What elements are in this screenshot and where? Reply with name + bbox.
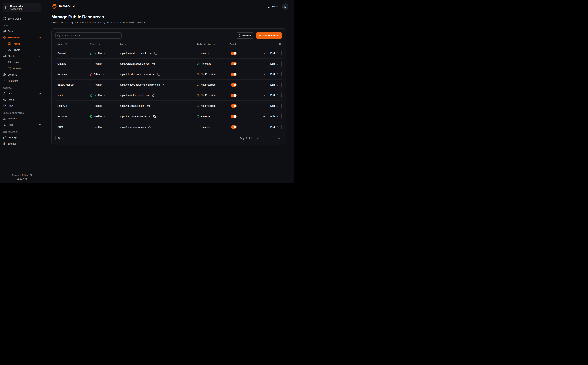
- enabled-toggle[interactable]: [231, 125, 237, 129]
- edit-button[interactable]: Edit: [268, 103, 281, 109]
- copy-icon[interactable]: [152, 94, 154, 97]
- chevron-down-icon[interactable]: [103, 105, 106, 107]
- column-header-authentication[interactable]: Authentication: [195, 43, 227, 46]
- sidebar-item-resources[interactable]: Resources: [1, 35, 43, 40]
- status-cell[interactable]: Healthy: [87, 115, 117, 118]
- sidebar-item-sites[interactable]: Sites: [1, 28, 43, 34]
- copy-icon[interactable]: [148, 126, 151, 128]
- enabled-toggle[interactable]: [231, 73, 237, 76]
- row-menu-button[interactable]: [262, 126, 265, 128]
- edit-button[interactable]: Edit: [268, 50, 281, 56]
- sidebar-item-machines[interactable]: Machines: [7, 66, 43, 71]
- sidebar-item-clients[interactable]: Clients: [1, 53, 43, 59]
- chevron-up-icon: [39, 36, 41, 39]
- column-header-name[interactable]: Name: [55, 43, 87, 46]
- server-icon: [3, 17, 6, 20]
- access-cell: https://api.example.com: [117, 105, 195, 107]
- section-label-logs-analytics: LOGS & ANALYTICS: [3, 112, 41, 114]
- resource-url[interactable]: https://crm.example.com: [120, 126, 146, 128]
- resource-url[interactable]: https://bitwarden.example.com: [120, 52, 152, 55]
- chevron-down-icon[interactable]: [103, 115, 106, 117]
- sidebar-item-settings[interactable]: Settings: [1, 141, 43, 146]
- sidebar-item-blueprints[interactable]: Blueprints: [1, 78, 43, 84]
- sidebar-item-private[interactable]: Private: [7, 47, 43, 52]
- edit-button[interactable]: Edit: [268, 92, 281, 98]
- edit-button[interactable]: Edit: [268, 61, 281, 67]
- add-resource-button[interactable]: Add Resource: [256, 32, 282, 38]
- enabled-toggle[interactable]: [231, 62, 237, 65]
- page-size-select[interactable]: 20: [55, 135, 67, 141]
- enabled-toggle[interactable]: [231, 83, 237, 86]
- sidebar-item-analytics[interactable]: Analytics: [1, 116, 43, 121]
- chevron-down-icon[interactable]: [103, 52, 106, 54]
- enabled-toggle[interactable]: [231, 104, 237, 108]
- refresh-button[interactable]: Refresh: [236, 32, 254, 38]
- row-menu-button[interactable]: [262, 73, 265, 76]
- copy-icon[interactable]: [157, 73, 160, 76]
- status-cell[interactable]: Healthy: [87, 105, 117, 107]
- chevron-down-icon[interactable]: [102, 73, 104, 75]
- sidebar-scrollbar[interactable]: [44, 90, 44, 94]
- sidebar-item-domains[interactable]: Domains: [1, 72, 43, 77]
- row-menu-button[interactable]: [262, 83, 265, 86]
- sidebar-item-roles[interactable]: Roles: [1, 97, 43, 102]
- resource-url[interactable]: https://node01.batteries.example.com: [120, 83, 160, 86]
- edit-button[interactable]: Edit: [268, 71, 281, 77]
- avatar[interactable]: M: [282, 3, 288, 10]
- last-page-button[interactable]: [276, 135, 282, 141]
- first-page-button[interactable]: [255, 135, 261, 141]
- row-menu-button[interactable]: [262, 94, 265, 97]
- arrow-right-icon: [276, 52, 279, 54]
- status-cell[interactable]: Healthy: [87, 83, 117, 86]
- row-menu-button[interactable]: [262, 62, 265, 65]
- enabled-toggle[interactable]: [231, 52, 237, 55]
- edit-button[interactable]: Edit: [268, 124, 281, 130]
- copy-icon[interactable]: [147, 105, 150, 107]
- copy-icon[interactable]: [153, 115, 156, 118]
- copy-icon[interactable]: [162, 84, 164, 86]
- resource-url[interactable]: https://immich.example.com: [120, 94, 150, 97]
- search-input[interactable]: [55, 32, 122, 38]
- row-menu-button[interactable]: [262, 52, 265, 55]
- enabled-toggle[interactable]: [231, 115, 237, 118]
- edit-button[interactable]: Edit: [268, 113, 281, 119]
- sidebar-item-logs[interactable]: Logs: [1, 122, 43, 127]
- edit-button[interactable]: Edit: [268, 82, 281, 88]
- enabled-toggle[interactable]: [231, 94, 237, 97]
- chevron-down-icon[interactable]: [103, 63, 106, 65]
- sidebar-item-users[interactable]: Users: [1, 91, 43, 96]
- resource-url[interactable]: https://grafana.example.com: [120, 62, 150, 65]
- status-cell[interactable]: Offline: [87, 73, 117, 76]
- copy-icon[interactable]: [152, 63, 155, 65]
- theme-toggle[interactable]: Dark: [268, 5, 278, 8]
- github-icon[interactable]: [29, 174, 32, 176]
- previous-page-button[interactable]: [262, 135, 268, 141]
- status-cell[interactable]: Healthy: [87, 62, 117, 65]
- status-cell[interactable]: Healthy: [87, 126, 117, 128]
- sidebar-item-links[interactable]: Links: [1, 103, 43, 109]
- resource-url[interactable]: https://api.example.com: [120, 105, 145, 107]
- copy-icon[interactable]: [154, 52, 157, 55]
- sidebar-item-public[interactable]: Public: [7, 41, 43, 46]
- row-menu-button[interactable]: [262, 105, 265, 107]
- chevron-down-icon[interactable]: [103, 94, 106, 96]
- resource-url[interactable]: https://proxmox.example.com: [120, 115, 151, 118]
- next-page-button[interactable]: [269, 135, 275, 141]
- resource-url[interactable]: https://cloud.schwartznetwork.net: [120, 73, 155, 76]
- status-cell[interactable]: Healthy: [87, 94, 117, 97]
- chevron-down-icon[interactable]: [103, 126, 106, 128]
- sidebar-item-api-keys[interactable]: API Keys: [1, 135, 43, 140]
- sort-icon[interactable]: [65, 43, 67, 45]
- sort-icon[interactable]: [97, 43, 100, 45]
- status-cell[interactable]: Healthy: [87, 52, 117, 55]
- columns-view-icon[interactable]: [278, 43, 281, 46]
- sidebar-item-client-users[interactable]: Users: [7, 60, 43, 65]
- brand-logo[interactable]: PANGOLIN: [51, 4, 75, 9]
- column-header-status[interactable]: Status: [87, 43, 117, 46]
- org-selector[interactable]: Organization ACME Corp.: [3, 3, 41, 12]
- sort-icon[interactable]: [213, 43, 216, 45]
- row-menu-button[interactable]: [262, 115, 265, 118]
- sidebar-item-server-admin[interactable]: Server Admin: [1, 16, 43, 21]
- external-link-icon[interactable]: [25, 178, 27, 180]
- chevron-down-icon[interactable]: [103, 84, 106, 86]
